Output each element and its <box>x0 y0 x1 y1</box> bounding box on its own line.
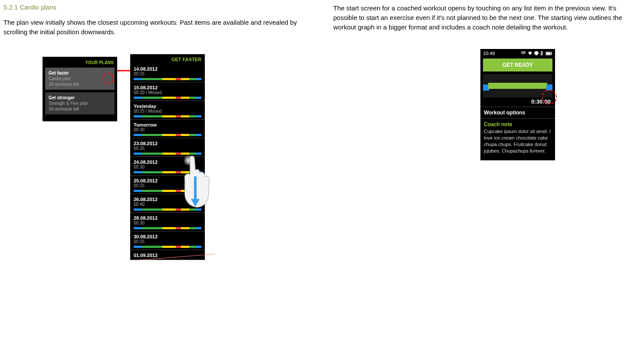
workout-duration: 00:30 <box>134 221 201 225</box>
workout-date: 28.08.2012 <box>134 215 201 221</box>
plan-sub: Strength & Flex plan <box>49 101 111 106</box>
plan-sub: Cardio plan <box>49 76 111 81</box>
ready-screen: 10:48 GET READY 0:30:00 <box>480 49 555 160</box>
plan-sub: 28 workouts left <box>49 81 111 87</box>
workout-date: 01.09.2012 <box>134 253 201 258</box>
workout-graph-bar <box>134 78 201 80</box>
workout-row[interactable]: 28.08.201200:30 <box>130 213 205 231</box>
hand-pointer-icon <box>182 153 226 209</box>
heart-icon <box>528 51 532 55</box>
coach-note-title: Coach note <box>484 121 552 127</box>
plan-title: Get faster <box>49 70 111 76</box>
plan-title: Get stronger <box>49 95 111 101</box>
workout-date: Yesterday <box>134 104 201 109</box>
plan-card-get-stronger[interactable]: Get stronger Strength & Flex plan 34 wor… <box>45 92 115 114</box>
wifi-icon <box>521 51 526 55</box>
workout-duration: 00:25 <box>134 146 201 151</box>
svg-rect-6 <box>546 52 551 55</box>
workout-row[interactable]: 01.09.2012 <box>130 250 205 260</box>
scroll-down-arrow-icon <box>191 176 200 207</box>
workout-row[interactable]: Tomorrow00:30 <box>130 120 205 138</box>
workout-options[interactable]: Workout options <box>480 107 555 118</box>
workout-duration: 00:25 | Missed <box>134 109 201 114</box>
faster-header: GET FASTER <box>130 54 205 64</box>
workout-date: Tomorrow <box>134 122 201 127</box>
svg-marker-3 <box>191 199 200 207</box>
workout-row[interactable]: Yesterday00:25 | Missed <box>130 101 205 119</box>
status-bar: 10:48 <box>480 49 555 57</box>
workout-row[interactable]: 15.08.201200:20 | Missed <box>130 82 205 101</box>
workout-date: 23.08.2012 <box>134 141 201 146</box>
coach-note-text: Cupcake ipsum dolor sit amet. I love ice… <box>484 128 552 154</box>
clock: 10:48 <box>483 51 495 56</box>
workout-graph-bar <box>134 97 201 99</box>
workout-graph-bar <box>134 227 201 229</box>
faster-screen: GET FASTER 14.08.201200:2515.08.201200:2… <box>130 54 205 260</box>
workout-graph-bar <box>134 115 201 117</box>
plan-card-get-faster[interactable]: Get faster Cardio plan 28 workouts left <box>45 68 115 90</box>
workout-graph-bar <box>134 134 201 136</box>
section-heading: 5.2.1 Cardio plans <box>3 3 316 11</box>
highlight-circle-icon <box>102 73 114 84</box>
workout-date: 15.08.2012 <box>134 85 201 90</box>
battery-icon <box>545 52 552 55</box>
right-paragraph: The start screen for a coached workout o… <box>333 3 637 32</box>
plan-sub: 34 workouts left <box>49 106 111 112</box>
workout-duration: 00:25 <box>134 239 201 244</box>
left-paragraph: The plan view initially shows the closes… <box>3 18 316 37</box>
bluetooth-icon <box>540 51 544 56</box>
plans-header: YOUR PLANS <box>45 59 115 68</box>
workout-date: 30.08.2012 <box>134 234 201 239</box>
get-ready-button[interactable]: GET READY <box>483 59 552 72</box>
highlight-circle-icon <box>542 90 557 104</box>
workout-graph <box>483 74 552 98</box>
workout-graph-bar <box>134 246 201 248</box>
workout-row[interactable]: 14.08.201200:25 <box>130 64 205 82</box>
workout-row[interactable]: 30.08.201200:25 <box>130 231 205 250</box>
location-icon <box>534 51 539 55</box>
workout-date: 14.08.2012 <box>134 66 201 72</box>
workout-duration: 00:25 <box>134 72 201 76</box>
workout-duration: 0:30:00 <box>480 98 555 107</box>
workout-duration: 00:20 | Missed <box>134 90 201 95</box>
workout-duration: 00:30 <box>134 127 201 132</box>
svg-rect-7 <box>551 52 552 54</box>
coach-note: Coach note Cupcake ipsum dolor sit amet.… <box>480 119 555 156</box>
plans-screen: YOUR PLANS Get faster Cardio plan 28 wor… <box>43 57 117 121</box>
